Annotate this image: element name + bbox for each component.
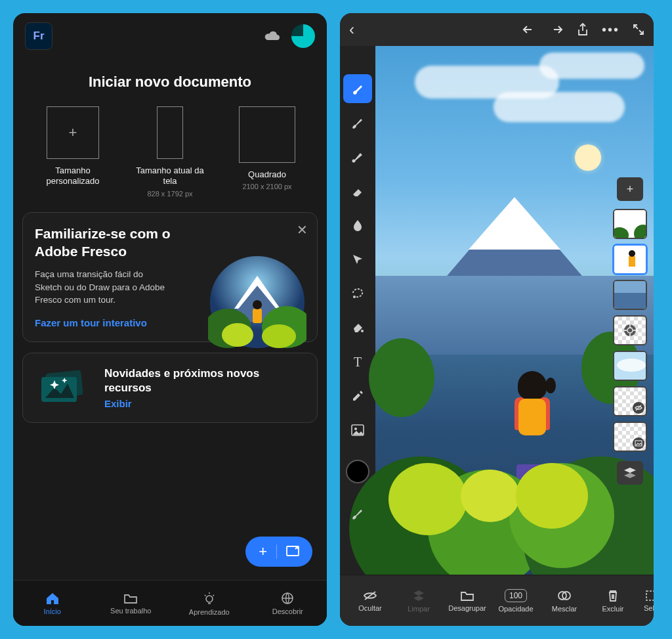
svg-point-30 <box>617 359 646 372</box>
tab-label: Seu trabalho <box>110 607 151 615</box>
preset-dimensions: 2100 x 2100 px <box>242 183 291 190</box>
tool-move[interactable] <box>343 245 372 274</box>
home-screen: Fr Iniciar novo documento + Tamanho pers… <box>13 13 327 626</box>
tab-discover[interactable]: Descobrir <box>249 581 327 626</box>
tool-lasso[interactable] <box>343 279 372 308</box>
preset-label: Quadrado <box>248 169 286 180</box>
svg-rect-36 <box>646 591 654 600</box>
cloud-icon[interactable] <box>264 30 281 42</box>
svg-point-14 <box>352 160 356 163</box>
action-select[interactable]: Sele <box>638 587 654 615</box>
trash-icon <box>607 589 619 602</box>
sun <box>575 144 601 171</box>
action-ungroup[interactable]: Desagrupar <box>444 587 491 615</box>
svg-rect-26 <box>614 281 647 293</box>
layer-thumb[interactable] <box>613 386 647 416</box>
opacity-value: 100 <box>505 589 527 602</box>
close-icon[interactable]: ✕ <box>297 222 308 238</box>
svg-point-12 <box>206 596 213 602</box>
action-merge[interactable]: Mesclar <box>541 586 588 615</box>
tab-learn[interactable]: Aprendizado <box>170 581 249 626</box>
preset-custom[interactable]: + Tamanho personalizado <box>33 106 112 198</box>
news-card[interactable]: Novidades e próximos novos recursos Exib… <box>22 353 318 423</box>
lightbulb-icon <box>202 591 217 606</box>
tool-vector-brush[interactable] <box>343 143 372 171</box>
storage-avatar[interactable] <box>291 24 315 48</box>
import-icon <box>286 546 299 558</box>
preset-shape <box>239 106 295 163</box>
tool-text[interactable]: T <box>343 347 372 376</box>
tool-eyedropper[interactable] <box>343 382 372 410</box>
action-label: Limpar <box>408 605 430 613</box>
layer-thumb[interactable] <box>613 422 647 452</box>
folder-icon <box>123 592 138 604</box>
tab-label: Descobrir <box>272 607 303 615</box>
action-label: Opacidade <box>498 605 533 613</box>
tool-smudge[interactable] <box>343 211 372 240</box>
svg-point-24 <box>629 250 635 257</box>
tool-live-brush[interactable] <box>343 108 372 137</box>
tool-image[interactable] <box>343 416 372 445</box>
preset-dimensions: 828 x 1792 px <box>147 190 192 198</box>
layer-thumb[interactable] <box>613 351 647 381</box>
svg-point-8 <box>262 324 296 348</box>
new-document-fab[interactable]: + <box>245 537 312 567</box>
preset-shape <box>157 106 183 159</box>
more-icon[interactable]: ••• <box>602 22 620 37</box>
canvas-area[interactable]: T + <box>340 46 654 575</box>
add-layer-button[interactable]: + <box>617 177 643 201</box>
svg-rect-3 <box>253 309 262 323</box>
action-delete[interactable]: Excluir <box>589 586 637 615</box>
top-bar: Fr <box>13 13 327 56</box>
select-icon <box>645 590 654 602</box>
fullscreen-icon[interactable] <box>633 24 644 35</box>
action-clear[interactable]: Limpar <box>395 586 442 615</box>
action-opacity[interactable]: 100 Opacidade <box>492 586 539 615</box>
tab-label: Início <box>44 607 61 615</box>
undo-button[interactable] <box>522 24 536 35</box>
plus-icon: + <box>47 106 99 159</box>
redo-button[interactable] <box>549 24 564 35</box>
preset-label: Tamanho atual da tela <box>131 165 209 187</box>
tool-brush-settings[interactable] <box>343 499 372 528</box>
preset-screen-size[interactable]: Tamanho atual da tela 828 x 1792 px <box>131 106 209 198</box>
action-label: Ocultar <box>358 604 381 612</box>
back-button[interactable]: ‹ <box>349 20 354 39</box>
layers-toggle-icon[interactable] <box>617 461 643 485</box>
divider <box>276 544 277 559</box>
news-link[interactable]: Exibir <box>104 398 305 409</box>
tour-title: Familiarize-se com o Adobe Fresco <box>35 225 205 261</box>
svg-rect-23 <box>629 256 635 267</box>
tool-pixel-brush[interactable] <box>343 74 372 103</box>
folder-icon <box>460 590 474 602</box>
layer-thumb[interactable] <box>613 209 647 239</box>
share-icon[interactable] <box>577 23 589 36</box>
tour-thumbnail <box>208 250 306 348</box>
layer-thumb[interactable] <box>613 280 647 310</box>
color-swatch[interactable] <box>346 460 369 483</box>
tool-eraser[interactable] <box>343 177 372 206</box>
action-label: Desagrupar <box>448 604 486 612</box>
layer-thumb[interactable] <box>613 315 647 345</box>
globe-icon <box>281 592 294 605</box>
preset-square[interactable]: Quadrado 2100 x 2100 px <box>228 106 306 198</box>
new-doc-presets: + Tamanho personalizado Tamanho atual da… <box>13 106 327 198</box>
clear-icon <box>412 589 425 602</box>
tool-fill[interactable] <box>343 313 372 342</box>
svg-rect-10 <box>41 377 77 402</box>
svg-point-15 <box>353 296 356 298</box>
eye-off-icon <box>363 590 377 602</box>
svg-point-16 <box>361 330 364 332</box>
layer-thumb[interactable] <box>613 244 647 275</box>
action-label: Mesclar <box>552 605 578 613</box>
tab-your-work[interactable]: Seu trabalho <box>92 581 171 626</box>
action-label: Excluir <box>602 605 623 613</box>
plus-icon: + <box>259 543 267 560</box>
tab-home[interactable]: Início <box>13 581 92 626</box>
app-logo: Fr <box>25 22 52 50</box>
layers-panel: + <box>610 177 650 485</box>
tab-bar: Início Seu trabalho Aprendizado Descobri… <box>13 580 327 626</box>
merge-icon <box>557 589 572 602</box>
snowcap <box>469 197 560 250</box>
action-hide[interactable]: Ocultar <box>346 587 394 615</box>
